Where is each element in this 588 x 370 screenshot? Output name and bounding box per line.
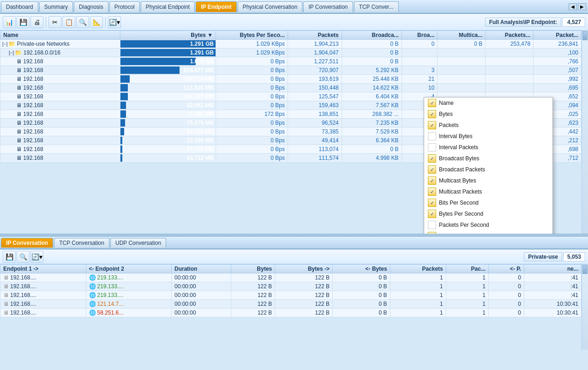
tab-prev-button[interactable]: ◀ bbox=[569, 3, 577, 10]
tab-ip-endpoint[interactable]: IP Endpoint bbox=[196, 1, 236, 12]
cell-name: 🖥 192.168 bbox=[0, 119, 120, 127]
cell-multicast bbox=[438, 84, 486, 92]
lower-col-bytes[interactable]: Bytes bbox=[231, 265, 275, 273]
cell-broadcast: 0 B bbox=[342, 57, 402, 66]
col-multicast[interactable]: Multica... bbox=[438, 31, 486, 40]
tab-physical-conversation[interactable]: Physical Conversation bbox=[238, 1, 303, 12]
context-menu-item[interactable]: ✓ Bytes Per Second bbox=[424, 208, 552, 219]
toolbar-btn-4[interactable]: ✂ bbox=[48, 16, 61, 28]
lower-col-ep1[interactable]: Endpoint 1 -> bbox=[0, 265, 86, 273]
cell-broadcast: 0 B bbox=[342, 145, 402, 154]
context-menu-item[interactable]: ✓ Multicast Bytes bbox=[424, 175, 552, 186]
table-row[interactable]: 🖥 192.168 824.677 MB 0 Bps720,9075.292 K… bbox=[0, 66, 582, 75]
toolbar-btn-refresh[interactable]: 🔄▾ bbox=[108, 16, 121, 28]
context-menu-item[interactable]: Packets Per Second bbox=[424, 219, 552, 230]
lower-tab-ip-conversation[interactable]: IP Conversation bbox=[1, 238, 53, 248]
cell-broadcast: 7.567 KB bbox=[342, 101, 402, 110]
cell-packet3: 236,841 bbox=[534, 40, 582, 49]
cell-packets: 159,463 bbox=[288, 101, 342, 110]
cell-bytes: 16.712 MB bbox=[120, 154, 216, 163]
cell-broadcast: 7.529 KB bbox=[342, 127, 402, 136]
context-menu-item[interactable]: ✓ Bits Per Second bbox=[424, 197, 552, 208]
lower-scrollbar[interactable] bbox=[582, 264, 588, 350]
context-menu-item[interactable]: ✓ Bytes bbox=[424, 109, 552, 120]
tab-summary[interactable]: Summary bbox=[39, 1, 73, 12]
context-menu-label: Bytes Received bbox=[439, 233, 526, 234]
col-bro2[interactable]: Broa... bbox=[402, 31, 438, 40]
cell-bytes: 824.677 MB bbox=[120, 66, 216, 75]
lower-col-bytes-out[interactable]: Bytes -> bbox=[275, 265, 333, 273]
context-menu-item[interactable]: ✓ Packets bbox=[424, 120, 552, 131]
col-name[interactable]: Name bbox=[0, 31, 120, 40]
cell-bro2: 0 bbox=[402, 40, 438, 49]
table-row[interactable]: 🖥192.168.... 🌐121.14.7... 00:00:00 122 B… bbox=[0, 300, 582, 309]
context-menu-item[interactable]: ✓ Broadcast Packets bbox=[424, 164, 552, 175]
context-menu-item[interactable]: ✓ Name bbox=[424, 97, 552, 109]
lower-col-pac[interactable]: Pac... bbox=[446, 265, 488, 273]
lower-toolbar-btn-1[interactable]: 💾 bbox=[3, 251, 16, 263]
cell-pac: 1 bbox=[446, 282, 488, 291]
cell-bytes-out: 122 B bbox=[275, 273, 333, 282]
cell-ep2: 🌐219.133.... bbox=[86, 273, 172, 282]
tab-ip-conversation[interactable]: IP Conversation bbox=[303, 1, 353, 12]
tab-protocol[interactable]: Protocol bbox=[109, 1, 140, 12]
table-row[interactable]: 🖥192.168.... 🌐219.133.... 00:00:00 122 B… bbox=[0, 291, 582, 300]
tab-physical-endpoint[interactable]: Physical Endpoint bbox=[141, 1, 195, 12]
toolbar-btn-1[interactable]: 📊 bbox=[3, 16, 16, 28]
lower-col-packets[interactable]: Packets bbox=[390, 265, 446, 273]
cell-packets: 1 bbox=[390, 291, 446, 300]
lower-toolbar-btn-2[interactable]: 🔍 bbox=[17, 251, 30, 263]
cell-multicast bbox=[438, 66, 486, 75]
lower-toolbar-btn-refresh[interactable]: 🔄▾ bbox=[30, 251, 43, 263]
cell-broadcast: 5.292 KB bbox=[342, 66, 402, 75]
tab-dashboard[interactable]: Dashboard bbox=[1, 1, 38, 12]
table-row[interactable]: [−]📁 192.168.0.0/16 1.291 GB 1.029 KBps1… bbox=[0, 49, 582, 57]
toolbar-btn-6[interactable]: 🔍 bbox=[76, 16, 89, 28]
context-menu-checkbox: ✓ bbox=[428, 165, 436, 174]
toolbar-btn-7[interactable]: 📐 bbox=[90, 16, 103, 28]
table-row[interactable]: 🖥192.168.... 🌐219.133.... 00:00:00 122 B… bbox=[0, 282, 582, 291]
col-broadcast[interactable]: Broadca... bbox=[342, 31, 402, 40]
cell-duration: 00:00:00 bbox=[172, 273, 231, 282]
toolbar-btn-2[interactable]: 💾 bbox=[17, 16, 30, 28]
context-menu-item[interactable]: ✓ Broadcast Bytes bbox=[424, 153, 552, 164]
table-row[interactable]: 🖥 192.168 111.525 MB 0 Bps150,44814.622 … bbox=[0, 84, 582, 92]
cell-bro2: 3 bbox=[402, 66, 438, 75]
context-menu-item[interactable]: ✓ Multicast Packets bbox=[424, 186, 552, 197]
lower-col-pa2[interactable]: <- P. bbox=[488, 265, 524, 273]
cell-ep2: 🌐219.133.... bbox=[86, 282, 172, 291]
table-row[interactable]: 🖥192.168.... 🌐219.133.... 00:00:00 122 B… bbox=[0, 273, 582, 282]
cell-bytes-in: 0 B bbox=[332, 273, 390, 282]
context-menu-item[interactable]: ✓ Bytes Received bbox=[424, 230, 552, 234]
main-tab-bar: Dashboard Summary Diagnosis Protocol Phy… bbox=[0, 0, 588, 14]
context-menu-checkbox: ✓ bbox=[428, 154, 436, 163]
context-menu-item[interactable]: Interval Packets bbox=[424, 142, 552, 153]
lower-tab-udp-conversation[interactable]: UDP Conversation bbox=[110, 238, 166, 248]
context-menu-item[interactable]: Interval Bytes bbox=[424, 131, 552, 142]
cell-ne: :41 bbox=[524, 291, 581, 300]
lower-col-duration[interactable]: Duration bbox=[172, 265, 231, 273]
cell-bytes-out: 122 B bbox=[275, 291, 333, 300]
tab-next-button[interactable]: ▶ bbox=[578, 3, 586, 10]
table-row[interactable]: 🖥192.168.... 🌐58.251.6... 00:00:00 122 B… bbox=[0, 309, 582, 317]
col-bps[interactable]: Bytes Per Seco... bbox=[216, 31, 288, 40]
tab-tcp-conversation[interactable]: TCP Conver... bbox=[354, 1, 399, 12]
lower-tab-tcp-conversation[interactable]: TCP Conversation bbox=[54, 238, 109, 248]
table-row[interactable]: [−]📁 Private-use Networks 1.291 GB 1.029… bbox=[0, 40, 582, 49]
lower-col-bytes-in[interactable]: <- Bytes bbox=[332, 265, 390, 273]
lower-count: 5,053 bbox=[563, 252, 585, 261]
col-packet3[interactable]: Packet... bbox=[534, 31, 582, 40]
toolbar-btn-5[interactable]: 📋 bbox=[62, 16, 75, 28]
toolbar-btn-3[interactable]: 🖨 bbox=[30, 16, 43, 28]
col-bytes[interactable]: Bytes ▼ bbox=[120, 31, 216, 40]
cell-name: [−]📁 192.168.0.0/16 bbox=[0, 49, 120, 57]
table-row[interactable]: 🖥 192.168 134.216 MB 0 Bps193,61925.448 … bbox=[0, 75, 582, 84]
lower-col-ep2[interactable]: <- Endpoint 2 bbox=[86, 265, 172, 273]
cell-bytes-out: 122 B bbox=[275, 309, 333, 317]
upper-scrollbar[interactable] bbox=[582, 30, 588, 234]
col-packets[interactable]: Packets bbox=[288, 31, 342, 40]
table-row[interactable]: 🖥 192.168 1.020 GB 0 Bps1,227,5110 B,766 bbox=[0, 57, 582, 66]
col-packets2[interactable]: Packets... bbox=[486, 31, 534, 40]
tab-diagnosis[interactable]: Diagnosis bbox=[74, 1, 108, 12]
lower-col-ne[interactable]: ne... bbox=[524, 265, 581, 273]
